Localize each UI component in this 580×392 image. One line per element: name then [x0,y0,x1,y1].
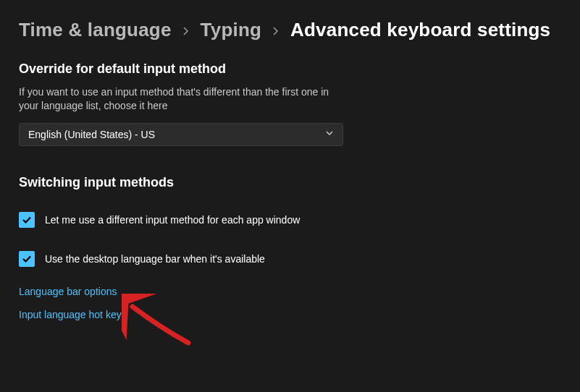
input-method-value: English (United States) - US [28,129,155,140]
checkbox-row-per-app: Let me use a different input method for … [19,212,561,228]
chevron-right-icon [272,23,280,38]
checkbox-per-app[interactable] [19,212,35,228]
breadcrumb-time-language[interactable]: Time & language [19,19,172,41]
check-icon [21,214,33,226]
breadcrumb: Time & language Typing Advanced keyboard… [19,19,561,41]
breadcrumb-current: Advanced keyboard settings [290,19,550,41]
checkbox-per-app-label: Let me use a different input method for … [45,214,300,226]
input-method-select[interactable]: English (United States) - US [19,123,343,146]
checkbox-row-langbar: Use the desktop language bar when it's a… [19,251,561,267]
language-bar-options-link[interactable]: Language bar options [19,286,117,297]
check-icon [21,253,33,265]
chevron-right-icon [182,23,190,38]
switching-section-title: Switching input methods [19,175,561,190]
checkbox-langbar[interactable] [19,251,35,267]
breadcrumb-typing[interactable]: Typing [201,19,261,41]
chevron-down-icon [325,129,334,140]
input-language-hotkeys-link[interactable]: Input language hot keys [19,309,127,320]
override-section-title: Override for default input method [19,61,561,77]
checkbox-langbar-label: Use the desktop language bar when it's a… [45,253,265,265]
override-description: If you want to use an input method that'… [19,85,345,113]
